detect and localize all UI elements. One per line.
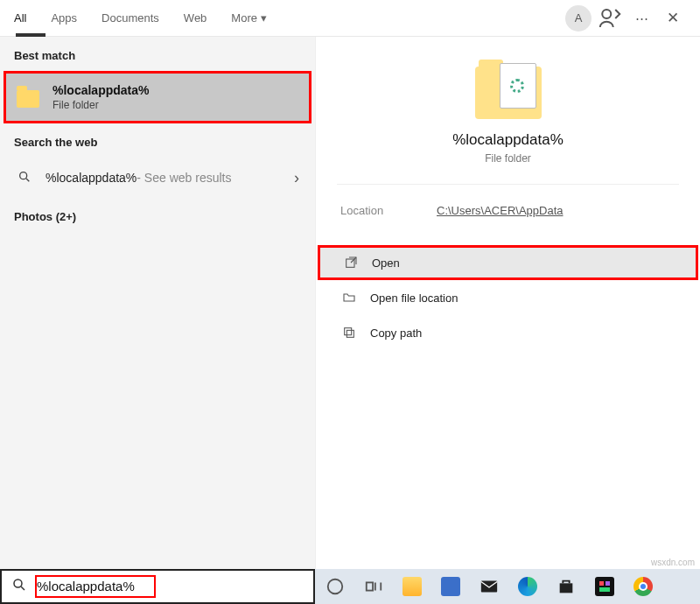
location-link[interactable]: C:\Users\ACER\AppData (437, 204, 564, 217)
taskbar-app-icon[interactable] (593, 575, 616, 598)
chevron-down-icon: ▾ (261, 11, 267, 25)
account-avatar[interactable]: A (565, 5, 592, 32)
action-open-location[interactable]: Open file location (316, 280, 700, 315)
tab-all[interactable]: All (2, 0, 38, 37)
web-result-hint: - See web results (136, 171, 231, 185)
taskbar-taskview-icon[interactable] (362, 575, 385, 598)
svg-point-6 (328, 579, 343, 594)
location-label: Location (340, 204, 437, 217)
best-match-subtitle: File folder (52, 99, 149, 111)
search-web-label: Search the web (0, 123, 315, 158)
taskbar-store-icon[interactable] (555, 575, 578, 598)
svg-rect-4 (345, 328, 352, 335)
taskbar-explorer-icon[interactable] (401, 575, 424, 598)
preview-subtitle: File folder (485, 152, 531, 165)
chevron-right-icon: › (294, 169, 299, 187)
close-icon[interactable]: ✕ (660, 5, 686, 32)
tab-more[interactable]: More▾ (219, 0, 279, 37)
best-match-title: %localappdata% (52, 83, 149, 97)
svg-point-1 (20, 172, 27, 179)
more-icon[interactable]: ⋯ (628, 5, 654, 32)
search-icon (2, 577, 37, 597)
taskbar-cortana-icon[interactable] (324, 575, 346, 598)
watermark: wsxdn.com (651, 558, 695, 567)
svg-point-5 (14, 579, 22, 587)
svg-rect-8 (481, 581, 497, 593)
tab-documents[interactable]: Documents (89, 0, 172, 37)
search-input[interactable] (37, 579, 308, 593)
open-icon (342, 256, 360, 270)
taskbar-word-icon[interactable] (439, 575, 462, 598)
web-result-term: %localappdata% (46, 171, 136, 185)
tab-apps[interactable]: Apps (38, 0, 89, 37)
taskbar-mail-icon[interactable] (478, 575, 500, 598)
folder-open-icon (340, 291, 358, 305)
best-match-label: Best match (0, 37, 315, 71)
tab-web[interactable]: Web (172, 0, 220, 37)
search-bar[interactable] (0, 569, 315, 604)
copy-icon (340, 326, 358, 340)
svg-rect-3 (346, 330, 354, 337)
search-icon (16, 170, 33, 186)
feedback-icon[interactable] (597, 5, 623, 32)
web-result-item[interactable]: %localappdata% - See web results › (0, 158, 315, 198)
action-open[interactable]: Open (318, 245, 698, 280)
svg-rect-7 (367, 582, 373, 590)
taskbar-edge-icon[interactable] (516, 575, 539, 598)
best-match-item[interactable]: %localappdata% File folder (4, 71, 312, 123)
taskbar (315, 569, 700, 604)
folder-icon (16, 85, 40, 109)
folder-large-icon (475, 67, 542, 119)
photos-label[interactable]: Photos (2+) (0, 198, 315, 232)
action-copy-path[interactable]: Copy path (316, 315, 700, 350)
preview-title: %localappdata% (452, 131, 564, 149)
svg-point-0 (602, 10, 611, 18)
taskbar-chrome-icon[interactable] (632, 575, 654, 598)
